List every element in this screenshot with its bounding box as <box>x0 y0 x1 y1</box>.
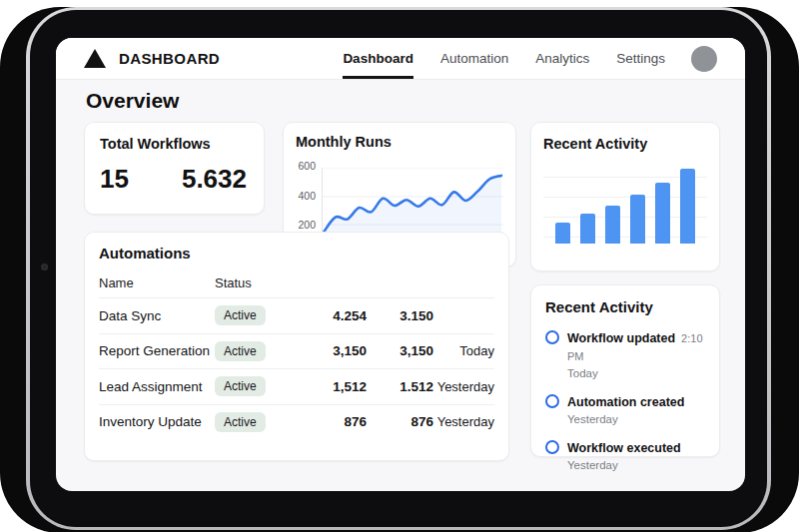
runs-value: 3,150 <box>295 343 367 358</box>
logo-triangle-icon <box>84 49 106 68</box>
runs-value-2: 3,150 <box>367 343 433 358</box>
runs-value-2: 876 <box>367 414 433 429</box>
runs-value-2: 3.150 <box>367 308 433 323</box>
user-avatar[interactable] <box>691 46 717 72</box>
bar-series <box>543 168 707 244</box>
activity-chart-title: Recent Activity <box>543 136 707 152</box>
bar <box>605 206 620 244</box>
page-title: Overview <box>86 89 179 113</box>
circle-status-icon <box>545 440 559 454</box>
automations-card: Automations Name Status Data Sync Active… <box>84 232 509 461</box>
status-badge: Active <box>215 341 266 361</box>
activity-date: Yesterday <box>567 413 705 425</box>
automation-name: Data Sync <box>99 308 215 323</box>
nav-link-automation[interactable]: Automation <box>440 38 508 79</box>
bar <box>680 169 695 244</box>
table-row[interactable]: Report Generation Active 3,150 3,150 Tod… <box>99 334 494 370</box>
last-run: Today <box>433 343 494 358</box>
nav-link-analytics[interactable]: Analytics <box>535 38 589 79</box>
status-badge: Active <box>215 376 266 396</box>
table-row[interactable]: Lead Assignment Active 1,512 1.512 Yeste… <box>99 369 494 405</box>
runs-value-2: 1.512 <box>367 379 433 394</box>
bar <box>630 195 645 244</box>
circle-status-icon <box>545 394 559 408</box>
list-item[interactable]: Workflow updated2:10 PM Today <box>545 328 705 379</box>
last-run: Yesterday <box>433 379 494 394</box>
last-run: Yesterday <box>433 414 494 429</box>
front-camera <box>41 264 48 270</box>
activity-bar-chart-card: Recent Activity <box>530 122 720 271</box>
circle-status-icon <box>545 330 559 344</box>
run-count: 5.632 <box>182 164 247 195</box>
nav-links: Dashboard Automation Analytics Settings <box>343 38 665 79</box>
activity-title: Automation created <box>567 395 684 409</box>
tablet-screen: DASHBOARD Dashboard Automation Analytics… <box>56 38 745 491</box>
runs-value: 4.254 <box>295 308 367 323</box>
automation-name: Inventory Update <box>99 414 215 429</box>
table-row[interactable]: Inventory Update Active 876 876 Yesterda… <box>99 405 494 440</box>
status-badge: Active <box>215 305 266 325</box>
app-brand[interactable]: DASHBOARD <box>84 38 220 79</box>
list-item[interactable]: Automation created Yesterday <box>545 392 705 425</box>
workflow-count: 15 <box>100 164 129 195</box>
runs-value: 876 <box>295 414 367 429</box>
nav-link-dashboard[interactable]: Dashboard <box>343 38 413 79</box>
automation-name: Lead Assignment <box>99 379 215 394</box>
bar-chart <box>543 168 707 244</box>
activity-date: Today <box>567 367 705 379</box>
activity-title: Workflow executed <box>567 441 681 455</box>
activity-list-card: Recent Activity Workflow updated2:10 PM … <box>530 284 720 457</box>
bar <box>555 223 570 244</box>
column-header-status: Status <box>215 275 295 290</box>
status-badge: Active <box>215 412 266 432</box>
automation-name: Report Generation <box>99 343 215 358</box>
monthly-runs-title: Monthly Runs <box>296 134 503 150</box>
runs-value: 1,512 <box>295 379 367 394</box>
activity-list-title: Recent Activity <box>545 298 705 315</box>
bar <box>580 214 595 244</box>
table-row[interactable]: Data Sync Active 4.254 3.150 <box>99 298 494 334</box>
total-workflows-card: Total Workflows 15 5.632 <box>84 122 265 215</box>
nav-link-settings[interactable]: Settings <box>616 38 665 79</box>
brand-name: DASHBOARD <box>119 50 220 67</box>
bar <box>655 183 670 244</box>
activity-title: Workflow updated <box>567 331 675 345</box>
top-navbar: DASHBOARD Dashboard Automation Analytics… <box>56 38 745 80</box>
column-header-name: Name <box>99 275 215 290</box>
table-header: Name Status <box>99 267 494 298</box>
total-workflows-title: Total Workflows <box>100 136 249 152</box>
automations-title: Automations <box>99 245 494 262</box>
activity-date: Yesterday <box>567 459 705 471</box>
list-item[interactable]: Workflow executed Yesterday <box>545 438 705 471</box>
